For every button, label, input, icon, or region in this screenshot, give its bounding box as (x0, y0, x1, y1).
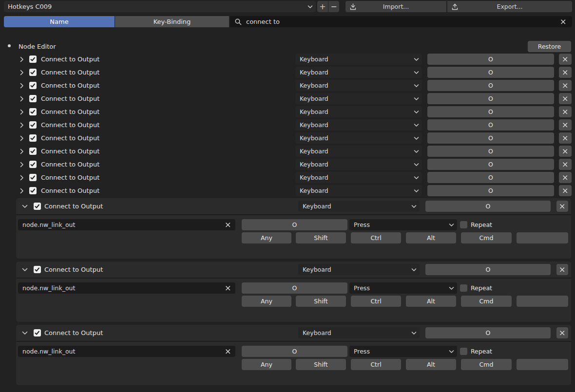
key-binding-button[interactable]: O (427, 80, 554, 91)
expand-right-icon[interactable] (19, 175, 25, 181)
map-type-select[interactable]: Keyboard (298, 264, 420, 275)
map-type-select[interactable]: Keyboard (295, 146, 422, 157)
remove-item-button[interactable] (559, 172, 572, 183)
map-type-select[interactable]: Keyboard (298, 201, 420, 212)
operator-id-input[interactable]: node.nw_link_out (18, 219, 235, 230)
clear-search-icon[interactable] (560, 19, 566, 25)
remove-item-button[interactable] (556, 264, 568, 275)
event-value-select[interactable]: Press (349, 219, 457, 230)
remove-keyconfig-button[interactable]: − (328, 1, 339, 12)
remove-item-button[interactable] (559, 67, 572, 78)
remove-item-button[interactable] (559, 93, 572, 104)
item-enabled-checkbox[interactable] (29, 187, 37, 194)
remove-item-button[interactable] (559, 106, 572, 117)
remove-item-button[interactable] (559, 159, 572, 170)
remove-item-button[interactable] (559, 54, 572, 65)
modifier-cmd-button[interactable]: Cmd (461, 296, 512, 307)
item-enabled-checkbox[interactable] (29, 161, 37, 168)
key-binding-button[interactable]: O (427, 172, 554, 183)
filter-by-keybinding-toggle[interactable]: Key-Binding (115, 16, 229, 27)
event-value-select[interactable]: Press (349, 282, 457, 294)
item-enabled-checkbox[interactable] (34, 203, 41, 210)
item-enabled-checkbox[interactable] (34, 329, 41, 336)
clear-input-icon[interactable] (225, 222, 231, 228)
item-enabled-checkbox[interactable] (29, 108, 37, 115)
item-enabled-checkbox[interactable] (29, 82, 37, 89)
key-binding-button[interactable]: O (427, 159, 554, 170)
expand-right-icon[interactable] (19, 162, 25, 168)
collapse-down-icon[interactable] (22, 204, 28, 209)
map-type-select[interactable]: Keyboard (295, 93, 422, 104)
item-enabled-checkbox[interactable] (29, 95, 37, 102)
map-type-select[interactable]: Keyboard (298, 327, 420, 338)
event-key-button[interactable]: O (242, 346, 347, 357)
expand-right-icon[interactable] (19, 149, 25, 154)
key-binding-button[interactable]: O (427, 93, 554, 104)
item-enabled-checkbox[interactable] (29, 69, 37, 76)
key-binding-button[interactable]: O (427, 119, 554, 131)
expand-right-icon[interactable] (19, 96, 25, 102)
remove-item-button[interactable] (559, 80, 572, 91)
map-type-select[interactable]: Keyboard (295, 132, 422, 144)
event-value-select[interactable]: Press (349, 346, 457, 357)
remove-item-button[interactable] (556, 201, 568, 212)
key-binding-button[interactable]: O (427, 146, 554, 157)
key-binding-button[interactable]: O (427, 106, 554, 117)
import-keyconfig-button[interactable]: Import... (345, 1, 446, 12)
modifier-oskey-button[interactable] (517, 359, 568, 370)
remove-item-button[interactable] (556, 327, 568, 338)
clear-input-icon[interactable] (225, 285, 231, 291)
search-input[interactable]: connect to (230, 16, 572, 27)
event-key-button[interactable]: O (242, 219, 347, 230)
item-enabled-checkbox[interactable] (34, 266, 41, 273)
item-enabled-checkbox[interactable] (29, 174, 37, 181)
keyconfig-preset-select[interactable]: Hotkeys C009 (4, 1, 316, 12)
map-type-select[interactable]: Keyboard (295, 67, 422, 78)
expand-right-icon[interactable] (19, 70, 25, 75)
modifier-any-button[interactable]: Any (242, 359, 291, 370)
key-binding-button[interactable]: O (427, 54, 554, 65)
item-enabled-checkbox[interactable] (29, 134, 37, 142)
key-binding-button[interactable]: O (425, 327, 551, 338)
key-binding-button[interactable]: O (427, 185, 554, 196)
expand-right-icon[interactable] (19, 109, 25, 115)
map-type-select[interactable]: Keyboard (295, 80, 422, 91)
expand-right-icon[interactable] (19, 122, 25, 128)
repeat-checkbox[interactable] (460, 348, 467, 355)
modifier-cmd-button[interactable]: Cmd (461, 232, 512, 243)
operator-id-input[interactable]: node.nw_link_out (18, 282, 235, 294)
expand-right-icon[interactable] (19, 83, 25, 89)
item-enabled-checkbox[interactable] (29, 148, 37, 155)
modifier-any-button[interactable]: Any (242, 296, 291, 307)
modifier-alt-button[interactable]: Alt (406, 359, 456, 370)
key-binding-button[interactable]: O (425, 264, 551, 275)
map-type-select[interactable]: Keyboard (295, 185, 422, 196)
key-binding-button[interactable]: O (425, 201, 551, 212)
repeat-checkbox[interactable] (460, 284, 467, 292)
export-keyconfig-button[interactable]: Export... (447, 1, 572, 12)
modifier-any-button[interactable]: Any (242, 232, 291, 243)
item-enabled-checkbox[interactable] (29, 56, 37, 63)
key-binding-button[interactable]: O (427, 67, 554, 78)
modifier-shift-button[interactable]: Shift (296, 359, 346, 370)
modifier-shift-button[interactable]: Shift (296, 232, 346, 243)
remove-item-button[interactable] (559, 132, 572, 144)
remove-item-button[interactable] (559, 146, 572, 157)
repeat-checkbox[interactable] (460, 221, 467, 228)
map-type-select[interactable]: Keyboard (295, 119, 422, 131)
modifier-cmd-button[interactable]: Cmd (461, 359, 512, 370)
modifier-alt-button[interactable]: Alt (406, 232, 456, 243)
clear-input-icon[interactable] (225, 349, 231, 355)
collapse-down-icon[interactable] (22, 267, 28, 273)
filter-by-name-toggle[interactable]: Name (4, 16, 115, 27)
modifier-alt-button[interactable]: Alt (406, 296, 456, 307)
modifier-ctrl-button[interactable]: Ctrl (351, 232, 401, 243)
map-type-select[interactable]: Keyboard (295, 54, 422, 65)
map-type-select[interactable]: Keyboard (295, 106, 422, 117)
operator-id-input[interactable]: node.nw_link_out (18, 346, 235, 357)
expand-right-icon[interactable] (19, 135, 25, 141)
map-type-select[interactable]: Keyboard (295, 172, 422, 183)
map-type-select[interactable]: Keyboard (295, 159, 422, 170)
event-key-button[interactable]: O (242, 282, 347, 294)
collapse-down-icon[interactable] (22, 330, 28, 336)
